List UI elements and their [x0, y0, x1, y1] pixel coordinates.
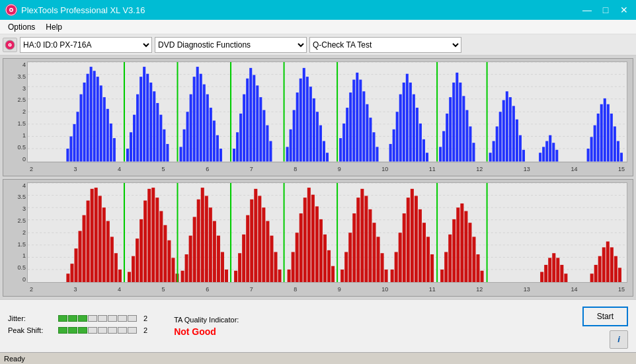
svg-rect-198	[217, 235, 220, 282]
svg-rect-78	[306, 77, 309, 161]
svg-rect-123	[493, 141, 495, 162]
svg-rect-99	[393, 129, 395, 162]
svg-rect-190	[185, 254, 188, 282]
svg-rect-105	[413, 94, 415, 162]
svg-rect-109	[426, 153, 428, 161]
svg-rect-268	[556, 258, 559, 282]
svg-rect-100	[396, 112, 399, 161]
svg-rect-92	[362, 91, 365, 161]
svg-rect-147	[610, 114, 613, 162]
close-button[interactable]: ✕	[617, 3, 631, 17]
svg-rect-116	[459, 83, 461, 162]
svg-rect-55	[213, 121, 216, 162]
svg-rect-18	[76, 112, 79, 161]
svg-rect-262	[481, 270, 484, 282]
svg-rect-252	[440, 270, 444, 282]
svg-rect-276	[610, 247, 614, 282]
svg-rect-51	[200, 74, 202, 162]
svg-rect-162	[74, 248, 77, 282]
svg-rect-275	[606, 241, 610, 282]
svg-rect-220	[307, 188, 311, 282]
svg-rect-258	[464, 211, 467, 282]
maximize-button[interactable]: □	[599, 3, 612, 17]
svg-rect-272	[594, 264, 598, 282]
status-bar: Ready	[0, 352, 636, 364]
svg-rect-245	[411, 188, 414, 282]
peakshift-bar-1	[58, 327, 67, 334]
svg-rect-178	[139, 219, 143, 282]
minimize-button[interactable]: —	[580, 3, 594, 17]
svg-rect-203	[238, 253, 241, 282]
svg-rect-243	[403, 213, 406, 282]
svg-rect-163	[79, 231, 82, 282]
info-button[interactable]: i	[610, 330, 628, 349]
menu-options[interactable]: Options	[3, 21, 40, 33]
svg-rect-216	[292, 252, 295, 282]
svg-rect-211	[270, 235, 273, 282]
svg-rect-212	[274, 252, 277, 282]
jitter-bar-3	[78, 315, 87, 322]
svg-rect-270	[564, 273, 567, 282]
svg-rect-38	[149, 83, 152, 162]
svg-rect-79	[309, 87, 312, 161]
svg-rect-104	[409, 83, 412, 162]
svg-rect-249	[426, 237, 430, 282]
svg-rect-53	[206, 94, 209, 162]
svg-rect-260	[472, 237, 475, 282]
svg-rect-131	[519, 135, 522, 162]
svg-rect-236	[372, 223, 376, 282]
jitter-value: 2	[143, 314, 147, 322]
device-dropdown[interactable]: HA:0 ID:0 PX-716A	[20, 37, 152, 53]
toolbar: HA:0 ID:0 PX-716A DVD Diagnostic Functio…	[0, 34, 636, 55]
svg-rect-199	[221, 252, 224, 282]
svg-rect-205	[246, 215, 249, 282]
svg-rect-59	[236, 132, 239, 161]
start-button[interactable]: Start	[582, 307, 628, 326]
svg-rect-125	[499, 112, 502, 161]
svg-rect-150	[620, 153, 623, 161]
peakshift-row: Peak Shift: 2	[8, 326, 147, 334]
svg-rect-103	[406, 74, 409, 162]
svg-rect-213	[278, 270, 282, 282]
svg-rect-47	[186, 112, 189, 161]
svg-rect-184	[163, 225, 167, 282]
svg-rect-73	[290, 129, 292, 162]
top-chart-x-axis: 2 3 4 5 6 7 8 9 10 11 12 13 14 15	[27, 163, 627, 176]
svg-rect-45	[180, 147, 182, 161]
jitter-label: Jitter:	[8, 314, 54, 322]
svg-rect-219	[303, 198, 307, 282]
svg-rect-248	[422, 223, 426, 282]
svg-rect-230	[348, 233, 352, 282]
svg-rect-226	[331, 266, 335, 282]
function-dropdown[interactable]: DVD Diagnostic Functions	[155, 37, 307, 53]
svg-rect-228	[340, 270, 344, 282]
svg-rect-277	[614, 256, 617, 282]
menu-help[interactable]: Help	[40, 21, 67, 33]
svg-rect-255	[452, 219, 456, 282]
svg-rect-256	[456, 207, 459, 282]
svg-rect-39	[153, 91, 155, 161]
svg-rect-57	[219, 149, 222, 161]
svg-rect-278	[618, 268, 621, 282]
title-bar-left: PlexTools Professional XL V3.16	[5, 4, 145, 16]
svg-rect-186	[171, 258, 175, 282]
bottom-chart-x-axis: 2 3 4 5 6 7 8 9 10 11 12 13 14 15	[27, 283, 627, 296]
svg-rect-195	[205, 196, 208, 282]
svg-rect-180	[147, 188, 151, 282]
svg-rect-17	[73, 124, 75, 162]
svg-rect-120	[472, 143, 475, 161]
svg-rect-101	[399, 94, 402, 162]
svg-rect-93	[366, 104, 368, 162]
jitter-bar-1	[58, 315, 67, 322]
svg-rect-274	[602, 247, 606, 282]
jitter-bars	[58, 315, 137, 322]
svg-rect-126	[502, 100, 505, 162]
svg-rect-63	[249, 68, 252, 162]
peakshift-bar-3	[78, 327, 87, 334]
svg-rect-146	[607, 104, 610, 162]
svg-rect-189	[181, 270, 184, 282]
svg-rect-31	[126, 149, 129, 161]
menu-bar: Options Help	[0, 20, 636, 34]
svg-rect-196	[209, 207, 212, 282]
test-dropdown[interactable]: Q-Check TA Test	[309, 37, 461, 53]
